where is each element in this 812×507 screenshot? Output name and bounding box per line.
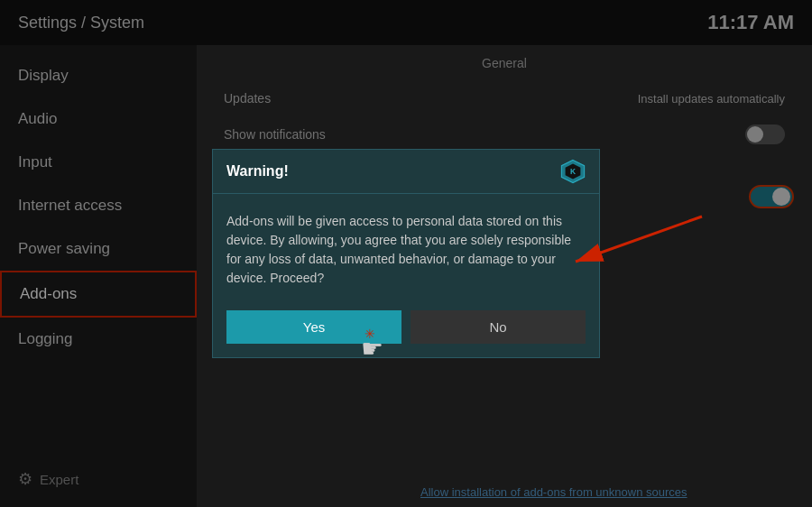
no-button[interactable]: No (411, 310, 586, 344)
dialog-buttons: Yes No (213, 301, 599, 357)
dialog-title: Warning! (226, 163, 289, 180)
dialog-body: Add-ons will be given access to personal… (213, 194, 599, 301)
dialog-message: Add-ons will be given access to personal… (226, 214, 571, 285)
dialog-header: Warning! K (213, 150, 599, 194)
warning-dialog: Warning! K Add-ons will be given access … (212, 149, 600, 358)
dialog-overlay: Warning! K Add-ons will be given access … (0, 0, 812, 507)
svg-text:K: K (570, 167, 576, 176)
kodi-logo-icon: K (560, 159, 586, 184)
yes-button[interactable]: Yes (226, 310, 401, 344)
